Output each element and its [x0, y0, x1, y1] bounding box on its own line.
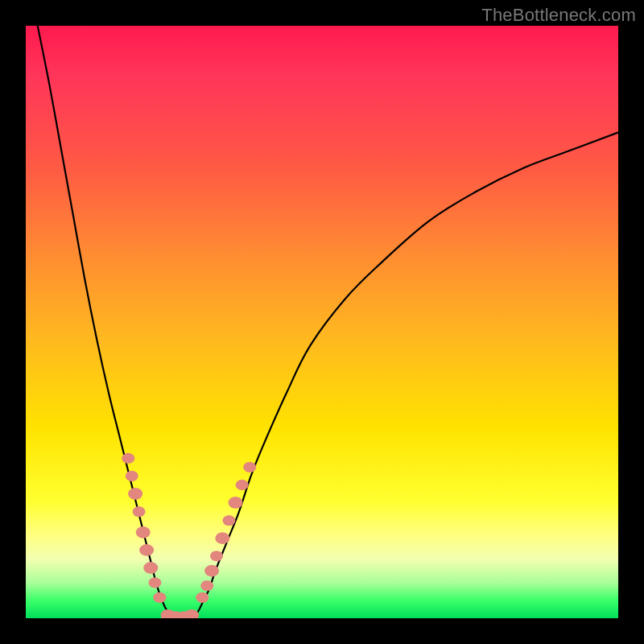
series-left-curve — [38, 26, 174, 618]
marker-dot — [236, 480, 249, 490]
marker-dot — [133, 506, 146, 517]
marker-dot — [136, 526, 151, 539]
marker-dot — [243, 462, 256, 473]
marker-dot — [153, 592, 166, 603]
marker-dot — [184, 609, 199, 618]
marker-dot — [128, 488, 142, 500]
outer-frame: TheBottleneck.com — [0, 0, 644, 644]
marker-dot — [204, 565, 219, 577]
marker-dot — [229, 497, 243, 509]
marker-dot — [215, 532, 229, 544]
marker-dot — [122, 453, 134, 464]
curve-layer — [38, 26, 618, 618]
marker-dot — [210, 551, 223, 561]
marker-dot — [196, 592, 208, 603]
marker-layer — [122, 453, 256, 618]
watermark-text: TheBottleneck.com — [481, 5, 636, 26]
marker-dot — [222, 515, 235, 526]
marker-dot — [126, 471, 138, 481]
marker-dot — [200, 580, 213, 591]
marker-dot — [148, 577, 161, 588]
series-right-curve — [192, 132, 618, 618]
plot-area — [26, 26, 618, 618]
marker-dot — [139, 544, 154, 556]
marker-dot — [143, 562, 158, 574]
chart-svg — [26, 26, 618, 618]
